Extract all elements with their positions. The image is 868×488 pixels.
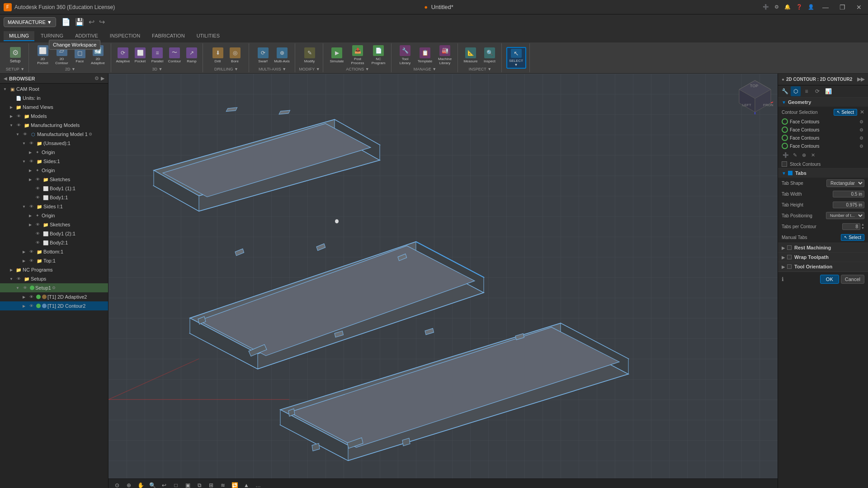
tool-library-btn[interactable]: 🔧Tool Library [395, 44, 415, 66]
2d-adaptive-btn[interactable]: 🔄2D Adaptive [89, 44, 107, 66]
tab-linking-btn[interactable]: ⟳ [812, 86, 822, 96]
edit-contour-btn[interactable]: ✎ [791, 151, 799, 159]
tabs-per-contour-value[interactable]: 8 [842, 223, 860, 230]
tabs-enabled-checkbox[interactable] [788, 171, 793, 175]
inspect-btn[interactable]: 🔍Inspect [481, 44, 499, 66]
post-process-btn[interactable]: 📤Post Process [348, 44, 368, 66]
zoom-btn[interactable]: 🔍 [147, 480, 157, 488]
tab-milling[interactable]: MILLING [4, 31, 34, 41]
tool-orientation-header[interactable]: ▶ Tool Orientation [778, 262, 868, 271]
undo-view-btn[interactable]: ↩ [159, 480, 169, 488]
tab-inspection[interactable]: INSPECTION [104, 31, 146, 41]
tab-height-value[interactable]: 0.975 in [833, 202, 864, 208]
machine-lib-btn[interactable]: 🏭Machine Library [435, 44, 455, 66]
display-mode-btn[interactable]: ▣ [183, 480, 193, 488]
contour-settings-3[interactable]: ⚙ [858, 135, 864, 141]
drill-btn[interactable]: ⬇Drill [210, 44, 226, 66]
template-btn[interactable]: 📋Template [416, 44, 434, 66]
tree-sketches-1[interactable]: ▶ 👁 📁 Sketches [0, 175, 108, 184]
section-analysis-btn[interactable]: ⧉ [194, 480, 204, 488]
add-contour-btn[interactable]: ➕ [782, 151, 790, 159]
new-btn[interactable]: 📄 [60, 18, 72, 27]
panel-collapse-btn[interactable]: ▶▶ [857, 76, 864, 82]
tree-setup1[interactable]: ▼ 👁 Setup1 ⚙ [0, 283, 108, 292]
geometry-section-header[interactable]: ▼ Geometry [778, 98, 868, 107]
duplicate-contour-btn[interactable]: ⊕ [800, 151, 808, 159]
2d-contour-btn[interactable]: ▱2D Contour [53, 44, 71, 66]
display-box-btn[interactable]: □ [171, 480, 181, 488]
more-btn[interactable]: … [253, 480, 263, 488]
tab-tool-btn[interactable]: 🔧 [780, 86, 790, 96]
swarf-btn[interactable]: ⟳Swarf [254, 44, 272, 66]
tree-setups[interactable]: ▼ 👁 📁 Setups [0, 274, 108, 283]
tree-nc-programs[interactable]: ▶ 📁 NC Programs [0, 265, 108, 274]
3d-contour-btn[interactable]: 〜Contour [166, 45, 183, 65]
manual-tabs-select-btn[interactable]: ↖ Select [841, 234, 864, 241]
tree-op2[interactable]: ▶ 👁 [T1] 2D Contour2 [0, 301, 108, 310]
grid-btn[interactable]: ⊞ [206, 480, 216, 488]
contour-select-top-btn[interactable]: ↖ Select [834, 109, 857, 116]
tree-sketches-2[interactable]: ▶ 👁 📁 Sketches [0, 220, 108, 229]
workspace-btn[interactable]: MANUFACTURE ▼ [4, 17, 56, 27]
wrap-toolpath-checkbox[interactable] [787, 255, 792, 259]
tab-positioning-select[interactable]: Number of t... [826, 212, 864, 219]
tree-origin-1[interactable]: ▶ ✦ Origin [0, 148, 108, 157]
tree-unsaved[interactable]: ▼ 👁 📁 (Unsaved):1 [0, 139, 108, 148]
browser-expand-icon[interactable]: ▶ [101, 75, 104, 81]
contour-settings-2[interactable]: ⚙ [858, 127, 864, 133]
tab-turning[interactable]: TURNING [35, 31, 69, 41]
tab-shape-select[interactable]: Rectangular [826, 179, 864, 187]
pocket-btn[interactable]: ⬜Pocket [132, 45, 148, 65]
parallel-btn[interactable]: ≡Parallel [149, 45, 165, 65]
tree-cam-root[interactable]: ▼ ▣ CAM Root [0, 84, 108, 94]
pan-btn[interactable]: ✋ [136, 480, 146, 488]
tool-orientation-checkbox[interactable] [787, 264, 792, 269]
home-view-btn[interactable]: ⊙ [112, 480, 122, 488]
tree-models[interactable]: ▶ 👁 📁 Models [0, 112, 108, 121]
minimize-btn[interactable]: — [820, 4, 831, 11]
tree-sides-l1[interactable]: ▼ 👁 📁 Sides I:1 [0, 202, 108, 211]
measure-btn[interactable]: 📐Measure [462, 44, 480, 66]
tree-sides-1[interactable]: ▼ 👁 📁 Sides:1 [0, 157, 108, 166]
snap-btn[interactable]: ≋ [218, 480, 228, 488]
tab-width-value[interactable]: 0.5 in [833, 191, 864, 197]
tree-body2-2[interactable]: 👁 ⬜ Body2:1 [0, 238, 108, 247]
wrap-toolpath-header[interactable]: ▶ Wrap Toolpath [778, 253, 868, 262]
2d-pocket-btn[interactable]: ⬜2D Pocket [34, 44, 52, 66]
cancel-button[interactable]: Cancel [841, 275, 864, 284]
viewport[interactable]: TOP LEFT FRONT Z X ⊙ ⊕ ✋ 🔍 ↩ □ ▣ ⧉ ⊞ ≋ 🔁… [108, 74, 778, 488]
tree-bottom-1[interactable]: ▶ 👁 📁 Bottom:1 [0, 247, 108, 256]
tab-fabrication[interactable]: FABRICATION [146, 31, 190, 41]
tab-passes-btn[interactable]: ≡ [802, 86, 811, 96]
spinner-down[interactable]: ▼ [861, 226, 864, 230]
view-cube[interactable]: TOP LEFT FRONT Z X [737, 78, 773, 114]
ok-button[interactable]: OK [820, 275, 839, 284]
contour-settings-4[interactable]: ⚙ [858, 143, 864, 149]
rest-machining-checkbox[interactable] [787, 245, 792, 250]
contour-settings-1[interactable]: ⚙ [858, 118, 864, 125]
maximize-btn[interactable]: ❐ [837, 4, 848, 11]
ramp-btn[interactable]: ↗Ramp [184, 45, 200, 65]
tree-top-1[interactable]: ▶ 👁 📁 Top:1 [0, 256, 108, 265]
tree-mfg-models[interactable]: ▼ 👁 📁 Manufacturing Models [0, 121, 108, 130]
setup-btn[interactable]: ⚙ Setup [5, 44, 25, 66]
contour-close-btn[interactable]: ✕ [860, 109, 864, 115]
modify-btn[interactable]: ✎Modify [300, 44, 320, 66]
tree-origin-3[interactable]: ▶ ✦ Origin [0, 211, 108, 220]
tab-utilities[interactable]: UTILITIES [191, 31, 225, 41]
delete-contour-btn[interactable]: ✕ [809, 151, 817, 159]
tab-chart-btn[interactable]: 📊 [823, 86, 833, 96]
nc-program-btn[interactable]: 📄NC Program [368, 44, 388, 66]
bore-btn[interactable]: ◎Bore [227, 44, 243, 66]
face-btn[interactable]: ◻Face [72, 44, 88, 66]
tree-origin-2[interactable]: ▶ ✦ Origin [0, 166, 108, 175]
ground-plane-btn[interactable]: ▲ [241, 480, 251, 488]
select-btn-ribbon[interactable]: ↖ SELECT ▼ [506, 47, 526, 69]
rest-machining-header[interactable]: ▶ Rest Machining [778, 243, 868, 252]
spinner-up[interactable]: ▲ [861, 223, 864, 226]
multi-axis-btn[interactable]: ⊕Multi-Axis [273, 44, 291, 66]
tree-body1-2[interactable]: 👁 ⬜ Body1:1 [0, 193, 108, 202]
joints-btn[interactable]: 🔁 [230, 480, 240, 488]
save-btn[interactable]: 💾 [73, 18, 86, 27]
tree-body1-1[interactable]: 👁 ⬜ Body1 (1):1 [0, 184, 108, 193]
